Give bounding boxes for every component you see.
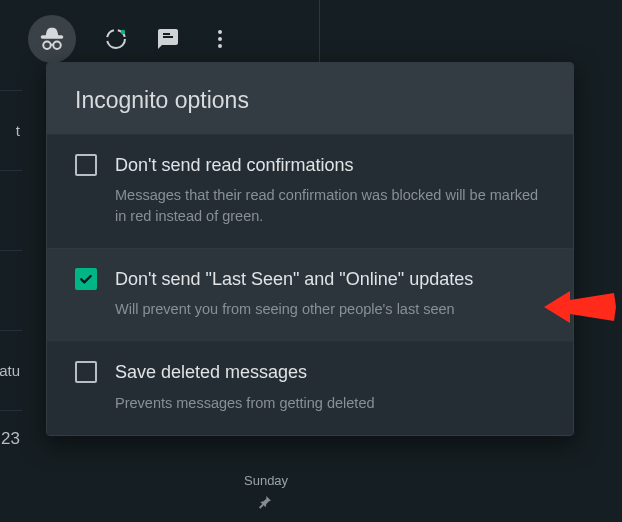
option-label: Don't send "Last Seen" and "Online" upda… (115, 267, 545, 291)
svg-point-4 (218, 30, 222, 34)
checkbox-read-confirmations[interactable] (75, 154, 97, 176)
svg-point-3 (121, 30, 125, 34)
checkbox-save-deleted[interactable] (75, 361, 97, 383)
option-label: Save deleted messages (115, 360, 545, 384)
svg-point-6 (218, 44, 222, 48)
option-body: Save deleted messages Prevents messages … (115, 360, 545, 413)
more-button[interactable] (208, 27, 232, 51)
option-body: Don't send read confirmations Messages t… (115, 153, 545, 226)
option-body: Don't send "Last Seen" and "Online" upda… (115, 267, 545, 320)
day-label: Sunday (244, 473, 288, 488)
chat-icon (156, 27, 180, 51)
svg-point-1 (53, 42, 61, 50)
sidebar-cut-text: Satu (0, 362, 20, 379)
option-description: Prevents messages from getting deleted (115, 393, 545, 413)
chat-button[interactable] (156, 27, 180, 51)
option-label: Don't send read confirmations (115, 153, 545, 177)
incognito-icon (37, 24, 67, 54)
sidebar-cut-text: 23 (1, 429, 20, 449)
check-icon (78, 271, 94, 287)
checkbox-last-seen[interactable] (75, 268, 97, 290)
svg-point-5 (218, 37, 222, 41)
pin-icon (257, 494, 273, 514)
sidebar-cut-text: t (16, 122, 20, 139)
option-save-deleted[interactable]: Save deleted messages Prevents messages … (47, 341, 573, 435)
more-vert-icon (208, 27, 232, 51)
status-ring-button[interactable] (104, 27, 128, 51)
option-description: Will prevent you from seeing other peopl… (115, 299, 545, 319)
panel-title: Incognito options (47, 63, 573, 134)
incognito-options-panel: Incognito options Don't send read confir… (46, 62, 574, 436)
status-ring-icon (104, 27, 128, 51)
svg-point-0 (43, 42, 51, 50)
sidebar-partial: t Satu 23 (0, 90, 22, 510)
option-last-seen[interactable]: Don't send "Last Seen" and "Online" upda… (47, 248, 573, 342)
option-read-confirmations[interactable]: Don't send read confirmations Messages t… (47, 134, 573, 248)
incognito-avatar[interactable] (28, 15, 76, 63)
option-description: Messages that their read confirmation wa… (115, 185, 545, 226)
